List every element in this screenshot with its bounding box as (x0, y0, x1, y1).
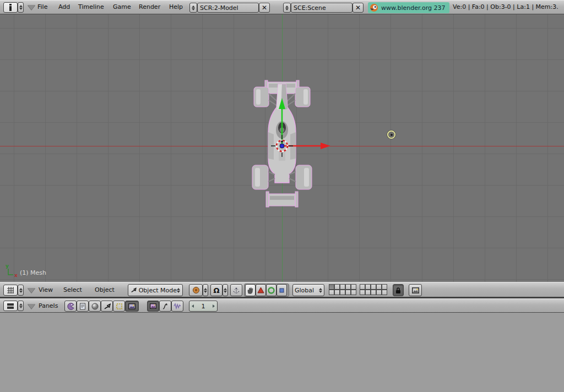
menu-help[interactable]: Help (169, 3, 183, 10)
manipulator-scale-button[interactable] (276, 284, 287, 296)
layer-toggle[interactable] (360, 290, 365, 295)
orientation-label: Global (295, 287, 314, 294)
context-script-button[interactable] (77, 301, 89, 312)
panels-menu[interactable]: Panels (39, 302, 58, 309)
rotate-circle-icon (268, 287, 275, 294)
layer-toggle[interactable] (360, 284, 365, 290)
menu-add[interactable]: Add (58, 3, 70, 10)
editor-type-button-info[interactable] (3, 2, 18, 13)
layer-buttons-group-2[interactable] (360, 284, 387, 295)
lamp-object[interactable] (387, 130, 395, 139)
subcontext-render-button[interactable] (147, 301, 159, 312)
menu-select[interactable]: Select (63, 286, 82, 293)
viewport-3d[interactable]: y x (1) Mesh (0, 14, 564, 282)
transform-orientation-dropdown[interactable]: Global (292, 284, 324, 296)
pivot-dropdown[interactable]: Ω (210, 284, 223, 296)
layer-toggle[interactable] (376, 290, 382, 295)
context-editing-button[interactable] (113, 301, 125, 312)
context-logic-button[interactable] (64, 301, 77, 312)
editor-type-arrows-buttons[interactable] (18, 301, 24, 311)
layer-toggle[interactable] (334, 284, 340, 290)
screen-browse-button[interactable] (189, 3, 197, 13)
grid-line (359, 14, 360, 282)
menu-render[interactable]: Render (139, 3, 160, 10)
buttons-header: Panels (0, 298, 564, 313)
logic-pacman-icon (67, 303, 74, 310)
render-image-icon (149, 303, 157, 309)
layer-toggle[interactable] (365, 290, 371, 295)
menu-game[interactable]: Game (113, 3, 131, 10)
grid-line (171, 14, 171, 282)
context-object-button[interactable] (101, 301, 113, 312)
buttons-window[interactable]: Output /tmp\ //backbuf //ftype Backbuf E… (0, 313, 564, 392)
layer-toggle[interactable] (345, 290, 351, 295)
layer-toggle[interactable] (334, 290, 340, 295)
lamp-center-dot (391, 134, 393, 136)
grid-line (547, 14, 548, 282)
sound-wave-icon (173, 303, 181, 309)
grid-line (77, 14, 77, 282)
layer-toggle[interactable] (345, 284, 351, 290)
pivot-arrows[interactable] (223, 284, 228, 296)
lock-layers-button[interactable] (393, 284, 404, 296)
menu-view[interactable]: View (39, 286, 53, 293)
layer-toggle[interactable] (340, 284, 345, 290)
scene-delete-button[interactable]: ✕ (352, 3, 364, 13)
layer-toggle[interactable] (371, 284, 376, 290)
render-preview-button[interactable] (409, 284, 422, 296)
context-scene-button[interactable] (125, 301, 139, 312)
buttons-editor-icon (7, 303, 14, 309)
layer-toggle[interactable] (351, 290, 356, 295)
editor-type-arrows-3dview[interactable] (18, 285, 24, 296)
f1-car-mesh-object[interactable] (246, 77, 340, 215)
scene-browse-button[interactable] (283, 3, 291, 13)
layer-toggle[interactable] (382, 284, 387, 290)
frame-decrement-icon[interactable] (192, 304, 194, 308)
screen-delete-button[interactable]: ✕ (259, 3, 270, 13)
menu-object[interactable]: Object (95, 286, 115, 293)
manipulator-rotate-button[interactable] (266, 284, 276, 296)
menu-timeline[interactable]: Timeline (78, 3, 104, 10)
subcontext-anim-button[interactable] (159, 301, 171, 312)
draw-type-dropdown[interactable] (189, 284, 203, 296)
context-shading-button[interactable] (89, 301, 101, 312)
blender-logo-icon (370, 3, 378, 12)
manipulator-translate-button[interactable] (256, 284, 266, 296)
editor-type-button-buttons[interactable] (3, 301, 18, 311)
grid-line (45, 14, 46, 282)
manipulator-axes-button[interactable] (230, 284, 242, 296)
header-collapse-icon[interactable] (28, 5, 35, 10)
manipulator-center-dot[interactable] (280, 144, 284, 148)
draw-type-arrows[interactable] (203, 284, 208, 296)
layer-buttons-group-1[interactable] (329, 284, 356, 295)
header-collapse-icon[interactable] (28, 304, 35, 309)
manipulator-enable-button[interactable] (245, 284, 256, 296)
layer-toggle[interactable] (376, 284, 382, 290)
header-collapse-icon[interactable] (28, 288, 35, 293)
screen-name-field[interactable]: SCR:2-Model (197, 3, 259, 13)
updown-arrows-icon (19, 288, 23, 293)
grid-line (108, 14, 109, 282)
axes-dashed-icon (232, 286, 240, 294)
layer-toggle[interactable] (351, 284, 356, 290)
editor-type-button-3dview[interactable] (3, 285, 18, 296)
layer-toggle[interactable] (329, 284, 334, 290)
version-badge-text: www.blender.org 237 (381, 4, 446, 12)
frame-increment-icon[interactable] (213, 304, 215, 308)
solid-drawtype-icon (192, 286, 200, 294)
menu-file[interactable]: File (37, 3, 47, 10)
editing-square-icon (116, 303, 123, 310)
layer-toggle[interactable] (382, 290, 387, 295)
layer-toggle[interactable] (365, 284, 371, 290)
version-badge: www.blender.org 237 (368, 2, 449, 13)
script-icon (79, 303, 86, 310)
mode-dropdown[interactable]: Object Mode (128, 284, 183, 296)
layer-toggle[interactable] (371, 290, 376, 295)
grid-line (453, 14, 454, 282)
layer-toggle[interactable] (329, 290, 334, 295)
editor-type-arrows-info[interactable] (18, 2, 24, 13)
frame-number-field[interactable]: 1 (189, 301, 218, 312)
subcontext-sound-button[interactable] (171, 301, 183, 312)
layer-toggle[interactable] (340, 290, 345, 295)
scene-name-field[interactable]: SCE:Scene (291, 3, 352, 13)
